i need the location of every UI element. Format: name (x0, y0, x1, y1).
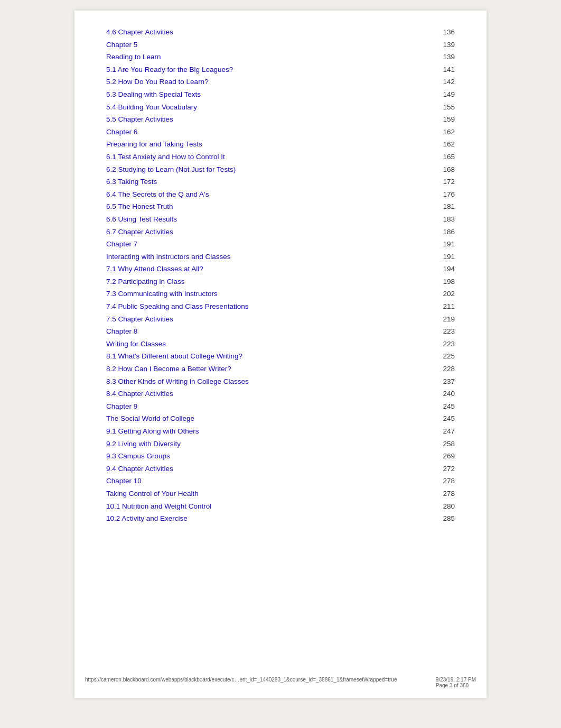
toc-entry-ch5[interactable]: Chapter 5139 (106, 39, 455, 51)
toc-page-6.3: 172 (443, 176, 455, 188)
toc-entry-5.5[interactable]: 5.5 Chapter Activities159 (106, 114, 455, 125)
toc-label-ch7t[interactable]: Interacting with Instructors and Classes (106, 251, 231, 263)
toc-page-7.1: 194 (443, 263, 455, 275)
toc-label-8.3[interactable]: 8.3 Other Kinds of Writing in College Cl… (106, 376, 249, 388)
toc-label-ch8t[interactable]: Writing for Classes (106, 338, 166, 350)
toc-entry-6.3[interactable]: 6.3 Taking Tests172 (106, 176, 455, 188)
toc-page-6.2: 168 (443, 164, 455, 176)
toc-entry-8.1[interactable]: 8.1 What's Different about College Writi… (106, 351, 455, 362)
toc-page-5.2: 142 (443, 76, 455, 88)
toc-label-5.5[interactable]: 5.5 Chapter Activities (106, 114, 173, 125)
toc-label-9.1[interactable]: 9.1 Getting Along with Others (106, 426, 199, 437)
toc-label-8.2[interactable]: 8.2 How Can I Become a Better Writer? (106, 363, 231, 375)
toc-page-9.1: 247 (443, 426, 455, 437)
toc-label-ch6[interactable]: Chapter 6 (106, 126, 137, 138)
toc-entry-ch6t[interactable]: Preparing for and Taking Tests162 (106, 139, 455, 150)
toc-label-ch9t[interactable]: The Social World of College (106, 413, 194, 425)
toc-entry-ch7[interactable]: Chapter 7191 (106, 238, 455, 250)
toc-label-7.4[interactable]: 7.4 Public Speaking and Class Presentati… (106, 301, 248, 312)
toc-label-10.1[interactable]: 10.1 Nutrition and Weight Control (106, 501, 211, 512)
toc-entry-ch5t[interactable]: Reading to Learn139 (106, 51, 455, 63)
toc-page-8.1: 225 (443, 351, 455, 362)
toc-label-5.2[interactable]: 5.2 How Do You Read to Learn? (106, 76, 209, 88)
toc-entry-10.1[interactable]: 10.1 Nutrition and Weight Control280 (106, 501, 455, 512)
toc-page-4.6: 136 (443, 26, 455, 38)
toc-label-6.4[interactable]: 6.4 The Secrets of the Q and A's (106, 189, 209, 200)
toc-label-7.2[interactable]: 7.2 Participating in Class (106, 276, 185, 288)
toc-label-8.4[interactable]: 8.4 Chapter Activities (106, 388, 173, 400)
toc-label-6.2[interactable]: 6.2 Studying to Learn (Not Just for Test… (106, 164, 236, 176)
toc-label-4.6[interactable]: 4.6 Chapter Activities (106, 26, 173, 38)
toc-page-7.3: 202 (443, 288, 455, 300)
toc-label-ch5[interactable]: Chapter 5 (106, 39, 137, 51)
toc-label-7.5[interactable]: 7.5 Chapter Activities (106, 314, 173, 325)
toc-page-ch5t: 139 (443, 51, 455, 63)
toc-entry-6.2[interactable]: 6.2 Studying to Learn (Not Just for Test… (106, 164, 455, 176)
toc-entry-5.4[interactable]: 5.4 Building Your Vocabulary155 (106, 102, 455, 113)
toc-page-ch10t: 278 (443, 488, 455, 500)
toc-label-6.3[interactable]: 6.3 Taking Tests (106, 176, 157, 188)
toc-label-5.4[interactable]: 5.4 Building Your Vocabulary (106, 102, 197, 113)
toc-page-ch8: 223 (443, 326, 455, 337)
toc-entry-ch9[interactable]: Chapter 9245 (106, 401, 455, 412)
toc-entry-ch10[interactable]: Chapter 10278 (106, 475, 455, 487)
toc-label-6.5[interactable]: 6.5 The Honest Truth (106, 201, 173, 213)
toc-entry-6.1[interactable]: 6.1 Test Anxiety and How to Control It16… (106, 151, 455, 163)
toc-page-10.1: 280 (443, 501, 455, 512)
toc-label-9.3[interactable]: 9.3 Campus Groups (106, 450, 170, 462)
toc-page-10.2: 285 (443, 513, 455, 524)
toc-label-10.2[interactable]: 10.2 Activity and Exercise (106, 513, 188, 524)
toc-entry-ch8[interactable]: Chapter 8223 (106, 326, 455, 337)
toc-entry-7.2[interactable]: 7.2 Participating in Class198 (106, 276, 455, 288)
toc-label-6.7[interactable]: 6.7 Chapter Activities (106, 226, 173, 238)
toc-page-8.4: 240 (443, 388, 455, 400)
toc-label-ch6t[interactable]: Preparing for and Taking Tests (106, 139, 202, 150)
toc-entry-8.2[interactable]: 8.2 How Can I Become a Better Writer?228 (106, 363, 455, 375)
toc-label-8.1[interactable]: 8.1 What's Different about College Writi… (106, 351, 242, 362)
toc-label-ch7[interactable]: Chapter 7 (106, 238, 137, 250)
toc-label-ch5t[interactable]: Reading to Learn (106, 51, 161, 63)
toc-page-ch7t: 191 (443, 251, 455, 263)
toc-entry-ch9t[interactable]: The Social World of College245 (106, 413, 455, 425)
toc-label-5.1[interactable]: 5.1 Are You Ready for the Big Leagues? (106, 64, 233, 76)
toc-entry-8.4[interactable]: 8.4 Chapter Activities240 (106, 388, 455, 400)
toc-entry-9.4[interactable]: 9.4 Chapter Activities272 (106, 463, 455, 475)
toc-entry-ch10t[interactable]: Taking Control of Your Health278 (106, 488, 455, 500)
toc-entry-6.4[interactable]: 6.4 The Secrets of the Q and A's176 (106, 189, 455, 200)
toc-entry-ch7t[interactable]: Interacting with Instructors and Classes… (106, 251, 455, 263)
toc-entry-8.3[interactable]: 8.3 Other Kinds of Writing in College Cl… (106, 376, 455, 388)
footer-info: 9/23/19, 2:17 PM Page 3 of 360 (436, 677, 476, 688)
toc-label-5.3[interactable]: 5.3 Dealing with Special Texts (106, 89, 201, 100)
toc-page-8.3: 237 (443, 376, 455, 388)
toc-entry-ch8t[interactable]: Writing for Classes223 (106, 338, 455, 350)
toc-entry-5.1[interactable]: 5.1 Are You Ready for the Big Leagues?14… (106, 64, 455, 76)
toc-label-ch10t[interactable]: Taking Control of Your Health (106, 488, 199, 500)
toc-entry-7.1[interactable]: 7.1 Why Attend Classes at All?194 (106, 263, 455, 275)
toc-entry-4.6[interactable]: 4.6 Chapter Activities136 (106, 26, 455, 38)
toc-label-ch8[interactable]: Chapter 8 (106, 326, 137, 337)
toc-entry-7.5[interactable]: 7.5 Chapter Activities219 (106, 314, 455, 325)
toc-label-9.4[interactable]: 9.4 Chapter Activities (106, 463, 173, 475)
toc-page-ch10: 278 (443, 475, 455, 487)
toc-list: 4.6 Chapter Activities136Chapter 5139Rea… (106, 26, 455, 524)
footer: https://cameron.blackboard.com/webapps/b… (74, 677, 487, 688)
toc-label-9.2[interactable]: 9.2 Living with Diversity (106, 438, 181, 450)
toc-entry-10.2[interactable]: 10.2 Activity and Exercise285 (106, 513, 455, 524)
toc-entry-5.3[interactable]: 5.3 Dealing with Special Texts149 (106, 89, 455, 100)
toc-label-ch10[interactable]: Chapter 10 (106, 475, 142, 487)
toc-entry-9.3[interactable]: 9.3 Campus Groups269 (106, 450, 455, 462)
toc-entry-6.7[interactable]: 6.7 Chapter Activities186 (106, 226, 455, 238)
toc-label-ch9[interactable]: Chapter 9 (106, 401, 137, 412)
toc-entry-6.6[interactable]: 6.6 Using Test Results183 (106, 214, 455, 225)
toc-entry-5.2[interactable]: 5.2 How Do You Read to Learn?142 (106, 76, 455, 88)
toc-label-7.3[interactable]: 7.3 Communicating with Instructors (106, 288, 218, 300)
toc-entry-6.5[interactable]: 6.5 The Honest Truth181 (106, 201, 455, 213)
toc-entry-9.1[interactable]: 9.1 Getting Along with Others247 (106, 426, 455, 437)
toc-entry-ch6[interactable]: Chapter 6162 (106, 126, 455, 138)
toc-entry-7.4[interactable]: 7.4 Public Speaking and Class Presentati… (106, 301, 455, 312)
toc-label-6.1[interactable]: 6.1 Test Anxiety and How to Control It (106, 151, 225, 163)
toc-entry-7.3[interactable]: 7.3 Communicating with Instructors202 (106, 288, 455, 300)
toc-label-7.1[interactable]: 7.1 Why Attend Classes at All? (106, 263, 203, 275)
toc-label-6.6[interactable]: 6.6 Using Test Results (106, 214, 177, 225)
toc-entry-9.2[interactable]: 9.2 Living with Diversity258 (106, 438, 455, 450)
